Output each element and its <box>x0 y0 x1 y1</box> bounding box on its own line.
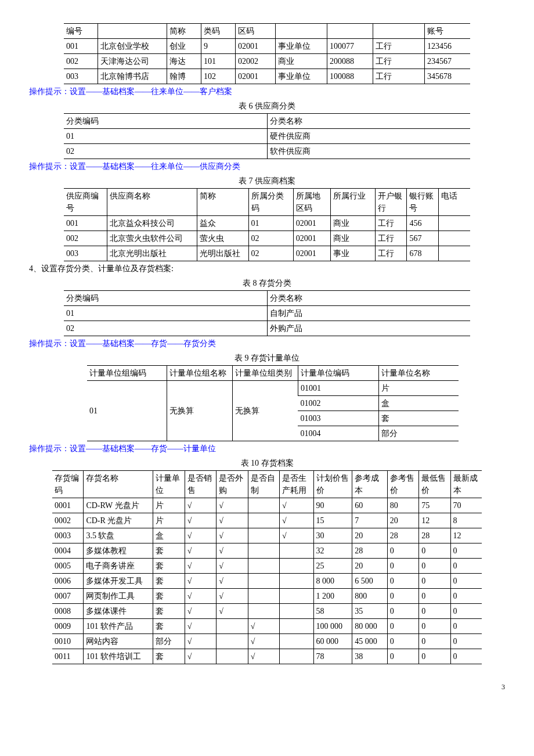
table-row: 0007网页制作工具套√√1 200800000 <box>52 589 482 604</box>
customer-table: 编号 简称 类码 区码 账号 001北京创业学校创业902001事业单位1000… <box>64 23 470 84</box>
col-blank2 <box>276 24 327 39</box>
col-blank3 <box>327 24 373 39</box>
table-caption: 表 6 供应商分类 <box>29 100 505 112</box>
inventory-category-table: 分类编码分类名称 01自制产品 02外购产品 <box>64 290 470 336</box>
table-row: 003北京光明出版社光明出版社0202001事业工行678 <box>64 246 470 261</box>
table-row: 0010网站内容部分√√60 00045 000000 <box>52 634 482 649</box>
col-class: 类码 <box>201 24 236 39</box>
table-caption: 表 7 供应商档案 <box>29 175 505 187</box>
table-row: 0006多媒体开发工具套√√8 0006 500000 <box>52 574 482 589</box>
unit-group-type: 无换算 <box>233 381 298 441</box>
operation-hint: 操作提示：设置——基础档案——往来单位——供应商分类 <box>29 160 505 172</box>
table-row: 01自制产品 <box>64 306 470 321</box>
table-row: 00033.5 软盘盒√√√3020282812 <box>52 528 482 543</box>
table-row: 0008多媒体课件套√√5835000 <box>52 604 482 619</box>
table-row: 0005电子商务讲座套√√2520000 <box>52 559 482 574</box>
table-header-row: 编号 简称 类码 区码 账号 <box>64 24 470 39</box>
table-row: 001北京益众科技公司益众0102001商业工行456 <box>64 216 470 231</box>
operation-hint: 操作提示：设置——基础档案——往来单位——客户档案 <box>29 85 505 98</box>
table-row: 0004多媒体教程套√√3228000 <box>52 543 482 559</box>
table-row: 0009101 软件产品套√√100 00080 000000 <box>52 619 482 634</box>
col-short: 简称 <box>167 24 201 39</box>
inventory-table: 存货编码 存货名称 计量单位 是否销售 是否外购 是否自制 是否生产耗用 计划价… <box>52 470 482 664</box>
section-heading: 4、设置存货分类、计量单位及存货档案: <box>29 262 505 275</box>
table-header-row: 分类编码分类名称 <box>64 114 470 129</box>
table-caption: 表 8 存货分类 <box>29 277 505 289</box>
page-number: 3 <box>29 682 505 692</box>
col-account: 账号 <box>425 24 471 39</box>
table-row: 0002CD-R 光盘片片√√√15720128 <box>52 513 482 528</box>
table-row: 01 无换算 无换算 01001 片 <box>87 381 459 396</box>
operation-hint: 操作提示：设置——基础档案——存货——存货分类 <box>29 337 505 350</box>
table-caption: 表 10 存货档案 <box>29 457 505 469</box>
unit-table: 计量单位组编码 计量单位组名称 计量单位组类别 计量单位编码 计量单位名称 01… <box>87 365 459 441</box>
col-id: 编号 <box>64 24 98 39</box>
col-blank4 <box>373 24 425 39</box>
unit-group-name: 无换算 <box>167 381 233 441</box>
supplier-table: 供应商编号 供应商名称 简称 所属分类码 所属地区码 所属行业 开户银行 银行账… <box>64 188 470 261</box>
table-row: 002北京萤火虫软件公司萤火虫0202001商业工行567 <box>64 231 470 246</box>
unit-group-code: 01 <box>87 381 167 441</box>
table-header-row: 供应商编号 供应商名称 简称 所属分类码 所属地区码 所属行业 开户银行 银行账… <box>64 189 470 216</box>
table-row: 02外购产品 <box>64 321 470 336</box>
table-header-row: 存货编码 存货名称 计量单位 是否销售 是否外购 是否自制 是否生产耗用 计划价… <box>52 471 482 498</box>
table-header-row: 计量单位组编码 计量单位组名称 计量单位组类别 计量单位编码 计量单位名称 <box>87 366 459 381</box>
supplier-category-table: 分类编码分类名称 01硬件供应商 02软件供应商 <box>64 113 470 159</box>
table-row: 001北京创业学校创业902001事业单位100077工行123456 <box>64 39 470 54</box>
table-row: 0011101 软件培训工套√√7838000 <box>52 649 482 664</box>
operation-hint: 操作提示：设置——基础档案——存货——计量单位 <box>29 442 505 455</box>
col-area: 区码 <box>236 24 276 39</box>
table-row: 002天津海达公司海达10102002商业200088工行234567 <box>64 54 470 69</box>
table-row: 02软件供应商 <box>64 144 470 159</box>
table-row: 0001CD-RW 光盘片片√√√9060807570 <box>52 498 482 513</box>
table-header-row: 分类编码分类名称 <box>64 291 470 306</box>
table-row: 01硬件供应商 <box>64 129 470 144</box>
col-blank <box>98 24 167 39</box>
table-row: 003北京翰博书店翰博10202001事业单位100088工行345678 <box>64 69 470 84</box>
table-caption: 表 9 存货计量单位 <box>29 352 505 364</box>
